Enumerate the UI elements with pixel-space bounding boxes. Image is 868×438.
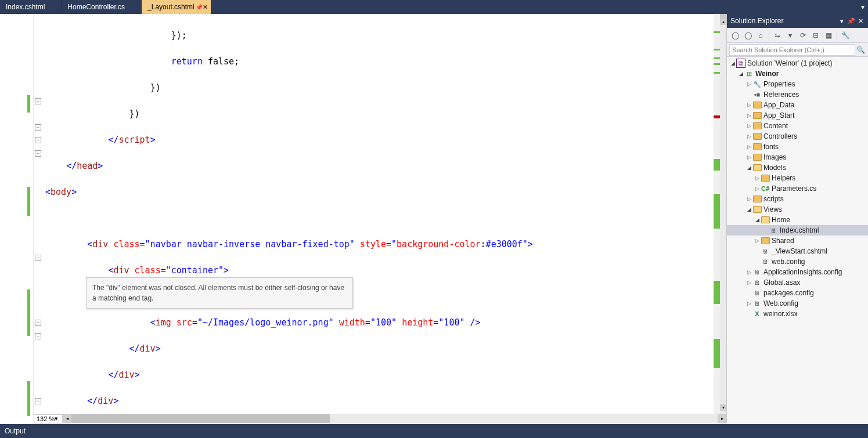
- search-input[interactable]: [729, 44, 855, 56]
- expand-arrow-icon[interactable]: ▷: [745, 154, 752, 160]
- horizontal-scrollbar[interactable]: 132 % ▾ ◂ ▸: [34, 414, 726, 423]
- expand-arrow-icon[interactable]: ▷: [745, 301, 752, 306]
- collapse-all-icon[interactable]: ⊟: [810, 30, 822, 41]
- expand-arrow-icon[interactable]: ◢: [754, 217, 761, 223]
- expand-arrow-icon[interactable]: ◢: [737, 71, 744, 77]
- tree-item[interactable]: ▷Helpers: [727, 173, 868, 183]
- outline-toggle[interactable]: −: [35, 150, 41, 157]
- tree-item-label: Weinor: [755, 70, 779, 78]
- sync-icon[interactable]: ⇋: [772, 30, 783, 41]
- output-window-tab[interactable]: Output: [0, 424, 868, 438]
- tree-item[interactable]: ▷C#Parameters.cs: [727, 183, 868, 194]
- pin-icon[interactable]: 📌: [847, 17, 855, 25]
- home-icon[interactable]: ⌂: [755, 30, 766, 41]
- tree-item[interactable]: 🗎Index.cshtml: [727, 225, 868, 236]
- scroll-down-icon[interactable]: ▾: [720, 404, 726, 411]
- expand-arrow-icon[interactable]: ▷: [745, 269, 752, 275]
- outline-toggle[interactable]: −: [35, 398, 41, 404]
- tree-item[interactable]: ▷App_Start: [727, 110, 868, 121]
- outline-toggle[interactable]: −: [35, 320, 41, 326]
- tree-item[interactable]: ◢⊞Weinor: [727, 68, 868, 79]
- file-icon: 🗎: [752, 288, 762, 298]
- editor-gutter: − − − − − − − −: [0, 14, 34, 417]
- expand-arrow-icon[interactable]: ▷: [745, 113, 752, 118]
- outline-toggle[interactable]: −: [35, 255, 41, 261]
- properties-icon[interactable]: 🔧: [840, 30, 851, 41]
- expand-arrow-icon[interactable]: ▷: [745, 123, 752, 129]
- expand-arrow-icon[interactable]: ▷: [745, 102, 752, 108]
- scroll-up-icon[interactable]: ▴: [720, 19, 726, 25]
- tree-item-label: scripts: [763, 195, 784, 203]
- split-handle[interactable]: [720, 14, 726, 19]
- tree-item[interactable]: ▷App_Data: [727, 100, 868, 110]
- expand-arrow-icon[interactable]: ▷: [745, 81, 752, 87]
- search-icon[interactable]: 🔍: [855, 46, 866, 54]
- refresh-icon[interactable]: ⟳: [797, 30, 809, 41]
- tree-item[interactable]: ▷scripts: [727, 194, 868, 204]
- tree-item[interactable]: ▷Content: [727, 121, 868, 131]
- show-all-icon[interactable]: ▦: [823, 30, 834, 41]
- tree-item[interactable]: ◢Models: [727, 162, 868, 173]
- expand-arrow-icon[interactable]: ▷: [754, 238, 761, 244]
- tree-item[interactable]: ▷🗎Web.config: [727, 298, 868, 309]
- vertical-scrollbar[interactable]: ▴ ▾: [720, 14, 726, 417]
- tree-item[interactable]: ▷🗎Global.asax: [727, 277, 868, 288]
- outline-toggle[interactable]: −: [35, 124, 41, 131]
- window-position-icon[interactable]: ▾: [838, 17, 846, 25]
- expand-arrow-icon[interactable]: ▷: [754, 186, 761, 191]
- solution-tree[interactable]: ◢⧉Solution 'Weinor' (1 project)◢⊞Weinor▷…: [727, 57, 868, 423]
- expand-arrow-icon[interactable]: ▷: [745, 144, 752, 150]
- tree-item-label: Parameters.cs: [772, 184, 816, 193]
- tab-homecontroller[interactable]: HomeController.cs: [62, 0, 142, 14]
- tree-item[interactable]: ▷Controllers: [727, 131, 868, 142]
- folder-icon: [752, 121, 762, 131]
- tree-item[interactable]: 🗎web.config: [727, 256, 868, 267]
- expand-arrow-icon[interactable]: ▷: [754, 175, 761, 181]
- expand-arrow-icon[interactable]: ▷: [745, 196, 752, 202]
- tree-item[interactable]: ◢⧉Solution 'Weinor' (1 project): [727, 58, 868, 68]
- tree-item-label: Web.config: [763, 299, 798, 307]
- tabwell-dropdown[interactable]: ▾: [858, 0, 868, 14]
- expand-arrow-icon[interactable]: ◢: [745, 207, 752, 212]
- code-editor[interactable]: − − − − − − − − }); return false; }) }) …: [0, 14, 726, 423]
- tree-item[interactable]: ▷🗎ApplicationInsights.config: [727, 267, 868, 277]
- tree-item[interactable]: Xweinor.xlsx: [727, 309, 868, 319]
- tree-item[interactable]: ◢Views: [727, 204, 868, 215]
- expand-arrow-icon[interactable]: ◢: [745, 165, 752, 171]
- outline-toggle[interactable]: −: [35, 98, 41, 104]
- solution-explorer-toolbar: ◯ ◯ ⌂ ⇋ ▾ ⟳ ⊟ ▦ 🔧: [727, 28, 868, 43]
- document-tab-bar: Index.cshtml HomeController.cs _Layout.c…: [0, 0, 868, 14]
- tab-layout[interactable]: _Layout.cshtml 📌 ✕: [142, 0, 211, 14]
- back-icon[interactable]: ◯: [729, 30, 741, 41]
- folder-icon: [752, 132, 762, 141]
- expand-arrow-icon[interactable]: ◢: [729, 60, 736, 66]
- tree-item[interactable]: 🗎packages.config: [727, 288, 868, 298]
- tree-item-label: Home: [772, 216, 790, 224]
- pending-changes-icon[interactable]: ▾: [784, 30, 796, 41]
- close-icon[interactable]: ✕: [856, 17, 865, 25]
- solution-icon: ⧉: [736, 59, 745, 68]
- tree-item[interactable]: ▷fonts: [727, 142, 868, 152]
- folder-icon: [752, 194, 762, 204]
- tree-item[interactable]: ▷🔧Properties: [727, 79, 868, 89]
- tree-item[interactable]: ▷Images: [727, 152, 868, 162]
- tree-item[interactable]: 🗎_ViewStart.cshtml: [727, 246, 868, 256]
- tree-item[interactable]: ▷Shared: [727, 236, 868, 246]
- tree-item[interactable]: •■References: [727, 89, 868, 100]
- folder-icon: [752, 100, 762, 110]
- folder-icon: [752, 142, 762, 151]
- forward-icon[interactable]: ◯: [742, 30, 754, 41]
- tree-item[interactable]: ◢Home: [727, 215, 868, 225]
- tab-index[interactable]: Index.cshtml: [0, 0, 62, 14]
- tree-item-label: Content: [763, 122, 788, 130]
- zoom-level[interactable]: 132 % ▾: [34, 414, 63, 423]
- project-icon: ⊞: [744, 69, 754, 78]
- close-icon[interactable]: ✕: [201, 3, 210, 11]
- expand-arrow-icon[interactable]: ▷: [745, 133, 752, 139]
- scroll-left-icon[interactable]: ◂: [63, 414, 71, 423]
- tree-item-label: Models: [763, 164, 786, 172]
- expand-arrow-icon[interactable]: ▷: [745, 280, 752, 285]
- scroll-right-icon[interactable]: ▸: [718, 414, 726, 423]
- outline-toggle[interactable]: −: [35, 333, 41, 339]
- outline-toggle[interactable]: −: [35, 137, 41, 143]
